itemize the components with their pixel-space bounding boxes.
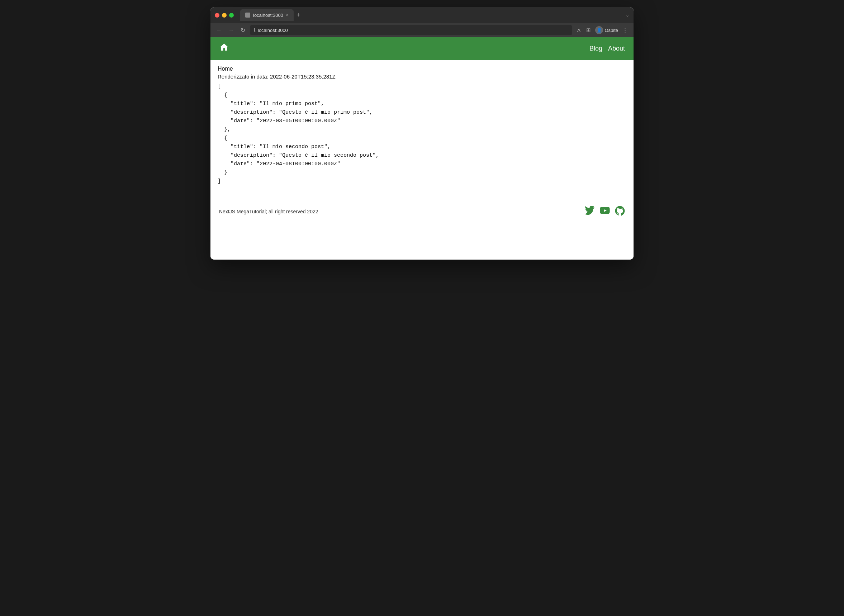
youtube-icon[interactable] — [600, 206, 610, 217]
main-nav: Blog About — [589, 45, 625, 52]
home-icon — [219, 42, 229, 52]
nav-blog-link[interactable]: Blog — [589, 45, 602, 52]
site-footer: NextJS MegaTutorial; all right reserved … — [211, 199, 633, 224]
address-bar: ← → ↻ ℹ localhost:3000 A ⊞ 👤 Ospite ⋮ — [211, 23, 633, 37]
main-content: Home Renderizzato in data: 2022-06-20T15… — [211, 60, 633, 191]
profile-button[interactable]: 👤 Ospite — [595, 26, 618, 34]
tab-title: localhost:3000 — [253, 13, 283, 18]
security-icon: ℹ — [254, 28, 256, 33]
footer-social-icons — [585, 206, 625, 217]
render-date-line: Renderizzato in data: 2022-06-20T15:23:3… — [218, 73, 626, 79]
translate-button[interactable]: A — [576, 26, 582, 34]
browser-window: localhost:3000 × + ⌄ ← → ↻ ℹ localhost:3… — [211, 7, 633, 260]
home-link[interactable] — [219, 42, 229, 55]
forward-button[interactable]: → — [227, 26, 236, 34]
maximize-window-button[interactable] — [229, 13, 234, 18]
url-display: localhost:3000 — [258, 28, 288, 33]
title-bar: localhost:3000 × + ⌄ — [211, 7, 633, 23]
extensions-button[interactable]: ⊞ — [585, 26, 592, 34]
twitter-icon[interactable] — [585, 206, 595, 217]
minimize-window-button[interactable] — [222, 13, 227, 18]
page-content: Blog About Home Renderizzato in data: 20… — [211, 37, 633, 260]
window-controls: ⌄ — [626, 13, 629, 18]
page-heading: Home — [218, 66, 626, 72]
tab-bar: localhost:3000 × + — [240, 9, 623, 21]
site-header: Blog About — [211, 37, 633, 60]
address-bar-actions: A ⊞ 👤 Ospite ⋮ — [576, 26, 629, 34]
render-label: Renderizzato in data: — [218, 73, 268, 79]
footer-copyright: NextJS MegaTutorial; all right reserved … — [219, 209, 318, 214]
render-date-value: 2022-06-20T15:23:35.281Z — [270, 73, 336, 79]
profile-name: Ospite — [605, 28, 618, 33]
tab-favicon — [245, 13, 250, 18]
more-options-button[interactable]: ⋮ — [621, 26, 629, 34]
address-input[interactable]: ℹ localhost:3000 — [250, 25, 572, 35]
active-tab[interactable]: localhost:3000 × — [240, 9, 294, 21]
back-button[interactable]: ← — [215, 26, 223, 34]
new-tab-button[interactable]: + — [294, 12, 303, 18]
traffic-lights — [215, 13, 234, 18]
github-icon[interactable] — [615, 206, 625, 217]
close-window-button[interactable] — [215, 13, 220, 18]
avatar: 👤 — [595, 26, 603, 34]
tab-close-button[interactable]: × — [286, 13, 289, 18]
nav-about-link[interactable]: About — [608, 45, 625, 52]
reload-button[interactable]: ↻ — [239, 26, 247, 34]
json-display: [ { "title": "Il mio primo post", "descr… — [218, 82, 626, 186]
